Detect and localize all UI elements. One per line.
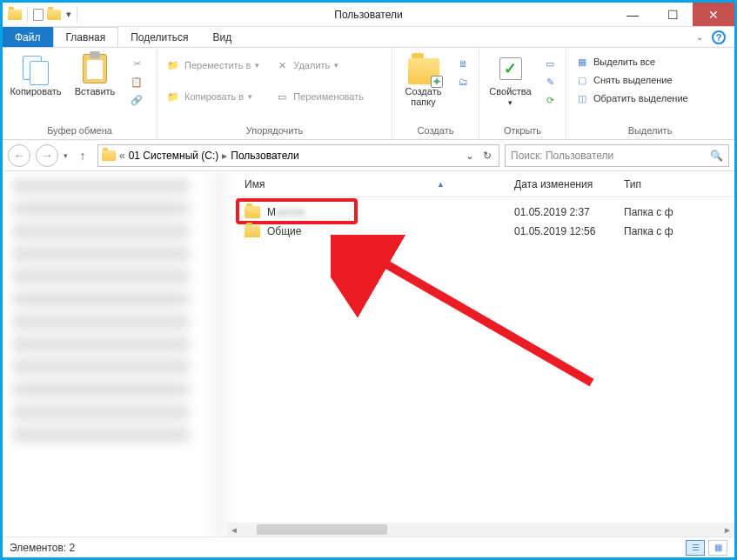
rename-icon: ▭ <box>275 90 289 103</box>
chevron-right-icon[interactable]: ▸ <box>222 150 227 162</box>
tab-share[interactable]: Поделиться <box>118 27 200 47</box>
paste-shortcut-button[interactable]: 🔗 <box>126 91 147 109</box>
titlebar: ▾ Пользователи — ☐ ✕ <box>3 3 734 27</box>
tab-home[interactable]: Главная <box>53 27 119 47</box>
move-icon: 📁 <box>166 58 180 72</box>
search-input[interactable]: Поиск: Пользователи 🔍 <box>505 144 729 167</box>
breadcrumb-seg[interactable]: 01 Системный (C:) <box>129 150 219 162</box>
folder-icon <box>245 206 260 218</box>
copy-icon <box>21 54 50 83</box>
dropdown-icon[interactable]: ⌄ <box>466 150 474 162</box>
select-none-icon: ▢ <box>575 73 589 87</box>
breadcrumb-seg[interactable]: Пользователи <box>231 150 298 162</box>
help-icon[interactable]: ? <box>712 30 726 44</box>
tab-view[interactable]: Вид <box>200 27 244 47</box>
invert-selection-button[interactable]: ◫Обратить выделение <box>572 90 692 107</box>
properties-icon: ✓ <box>496 54 526 83</box>
sort-asc-icon[interactable]: ▲ <box>437 180 445 189</box>
forward-button[interactable]: → <box>36 144 58 167</box>
folder-row[interactable]: Общие 01.05.2019 12:56 Папка с ф <box>227 222 734 241</box>
edit-button[interactable]: ✎ <box>539 73 560 90</box>
minimize-button[interactable]: — <box>613 3 653 26</box>
column-headers[interactable]: Имя▲ Дата изменения Тип <box>227 171 734 197</box>
folder-icon <box>102 150 116 161</box>
group-label: Выделить <box>572 123 728 139</box>
back-button[interactable]: ← <box>8 144 30 167</box>
copyto-icon: 📁 <box>166 90 180 103</box>
group-label: Открыть <box>485 123 560 139</box>
close-button[interactable]: ✕ <box>693 3 734 26</box>
folder-icon <box>47 10 61 20</box>
maximize-button[interactable]: ☐ <box>653 3 693 26</box>
new-item-icon: 🗎 <box>456 57 470 70</box>
breadcrumb-overflow[interactable]: « <box>119 150 125 162</box>
invert-icon: ◫ <box>575 91 589 105</box>
file-type: Папка с ф <box>624 225 734 237</box>
delete-button[interactable]: ✕Удалить ▾ <box>271 57 367 74</box>
doc-icon <box>33 9 44 21</box>
select-all-icon: ▦ <box>575 55 589 69</box>
item-count: Элементов: 2 <box>10 542 75 554</box>
ribbon: Копировать Вставить ✂ 📋 🔗 Буфер обмена 📁… <box>3 48 734 140</box>
easy-access-button[interactable]: 🗂 <box>452 73 473 90</box>
shortcut-icon: 🔗 <box>130 93 144 107</box>
copy-to-button[interactable]: 📁Копировать в ▾ <box>163 88 263 105</box>
col-name[interactable]: Имя <box>245 178 265 190</box>
cut-button[interactable]: ✂ <box>126 55 147 72</box>
up-button[interactable]: ↑ <box>73 146 92 165</box>
search-placeholder: Поиск: Пользователи <box>511 150 613 162</box>
group-label: Буфер обмена <box>8 123 151 139</box>
edit-icon: ✎ <box>543 75 557 89</box>
window-title: Пользователи <box>334 9 402 21</box>
copy-button[interactable]: Копировать <box>8 50 64 97</box>
status-bar: Элементов: 2 ☰ ▦ <box>3 537 734 557</box>
easy-access-icon: 🗂 <box>456 75 470 89</box>
address-bar[interactable]: « 01 Системный (C:) ▸ Пользователи ⌄ ↻ <box>97 144 499 167</box>
collapse-ribbon-icon[interactable]: ⌄ <box>696 32 703 42</box>
new-folder-icon: ✦ <box>408 58 439 84</box>
col-type[interactable]: Тип <box>624 178 734 190</box>
navbar: ← → ▾ ↑ « 01 Системный (C:) ▸ Пользовате… <box>3 140 734 171</box>
delete-icon: ✕ <box>275 58 289 72</box>
select-all-button[interactable]: ▦Выделить все <box>572 53 692 70</box>
file-type: Папка с ф <box>624 206 734 218</box>
new-item-button[interactable]: 🗎 <box>452 55 473 72</box>
history-icon: ⟳ <box>543 93 557 107</box>
horizontal-scrollbar[interactable]: ◄ ► <box>227 523 734 537</box>
open-icon: ▭ <box>543 57 557 70</box>
folder-icon <box>245 225 260 237</box>
search-icon: 🔍 <box>710 150 723 162</box>
select-none-button[interactable]: ▢Снять выделение <box>572 71 692 89</box>
copy-path-button[interactable]: 📋 <box>126 73 147 90</box>
open-button[interactable]: ▭ <box>539 55 560 72</box>
rename-button[interactable]: ▭Переименовать <box>271 88 367 105</box>
path-icon: 📋 <box>130 75 144 89</box>
ribbon-tabs: Файл Главная Поделиться Вид ⌄ ? <box>3 27 734 48</box>
cut-icon: ✂ <box>130 57 144 70</box>
history-button[interactable]: ⟳ <box>539 91 560 109</box>
icons-view-button[interactable]: ▦ <box>708 540 727 556</box>
history-dropdown[interactable]: ▾ <box>64 151 68 160</box>
nav-sidebar[interactable] <box>3 171 227 537</box>
group-label: Упорядочить <box>163 123 386 139</box>
refresh-icon[interactable]: ↻ <box>483 150 492 162</box>
folder-row[interactable]: Mаксим 01.05.2019 2:37 Папка с ф <box>227 203 734 222</box>
new-folder-button[interactable]: ✦ Создать папку <box>398 50 449 107</box>
file-date: 01.05.2019 2:37 <box>514 206 624 218</box>
details-view-button[interactable]: ☰ <box>686 540 705 556</box>
move-to-button[interactable]: 📁Переместить в ▾ <box>163 57 263 74</box>
qat-overflow-icon[interactable]: ▾ <box>64 9 71 20</box>
properties-button[interactable]: ✓ Свойства▾ <box>485 50 536 108</box>
group-label: Создать <box>398 123 473 139</box>
paste-button[interactable]: Вставить <box>67 50 123 97</box>
file-date: 01.05.2019 12:56 <box>514 225 624 237</box>
tab-file[interactable]: Файл <box>3 27 53 47</box>
folder-icon <box>8 10 22 20</box>
clipboard-icon <box>83 54 107 83</box>
col-date[interactable]: Дата изменения <box>514 178 624 190</box>
